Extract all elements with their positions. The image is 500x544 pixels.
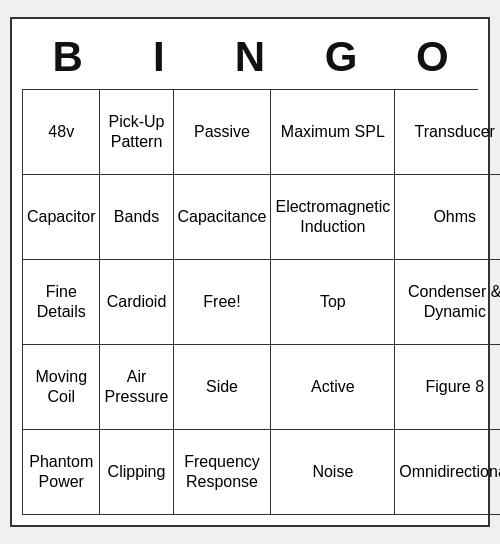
header-letter: G (296, 29, 387, 85)
cell-text: Noise (312, 462, 353, 482)
bingo-cell: 48v (23, 90, 100, 175)
bingo-cell: Omnidirectional (395, 430, 500, 515)
bingo-cell: Top (271, 260, 395, 345)
cell-text: Omnidirectional (399, 462, 500, 482)
cell-text: Side (206, 377, 238, 397)
bingo-cell: Capacitor (23, 175, 100, 260)
bingo-cell: Maximum SPL (271, 90, 395, 175)
bingo-cell: Fine Details (23, 260, 100, 345)
header-letter: O (387, 29, 478, 85)
bingo-cell: Passive (174, 90, 272, 175)
bingo-cell: Pick-Up Pattern (100, 90, 173, 175)
cell-text: Ohms (433, 207, 476, 227)
cell-text: 48v (48, 122, 74, 142)
bingo-cell: Condenser & Dynamic (395, 260, 500, 345)
cell-text: Maximum SPL (281, 122, 385, 142)
cell-text: Capacitance (178, 207, 267, 227)
header-letter: N (204, 29, 295, 85)
cell-text: Free! (203, 292, 240, 312)
bingo-cell: Free! (174, 260, 272, 345)
bingo-cell: Cardioid (100, 260, 173, 345)
bingo-cell: Phantom Power (23, 430, 100, 515)
bingo-cell: Bands (100, 175, 173, 260)
bingo-card: BINGO 48vPick-Up PatternPassiveMaximum S… (10, 17, 490, 527)
cell-text: Figure 8 (425, 377, 484, 397)
cell-text: Transducer (415, 122, 495, 142)
cell-text: Moving Coil (27, 367, 95, 407)
bingo-cell: Active (271, 345, 395, 430)
cell-text: Bands (114, 207, 159, 227)
cell-text: Phantom Power (27, 452, 95, 492)
cell-text: Top (320, 292, 346, 312)
cell-text: Electromagnetic Induction (275, 197, 390, 237)
bingo-cell: Side (174, 345, 272, 430)
bingo-cell: Figure 8 (395, 345, 500, 430)
bingo-grid: 48vPick-Up PatternPassiveMaximum SPLTran… (22, 89, 478, 515)
cell-text: Cardioid (107, 292, 167, 312)
bingo-cell: Clipping (100, 430, 173, 515)
bingo-header: BINGO (22, 29, 478, 85)
cell-text: Frequency Response (178, 452, 267, 492)
bingo-cell: Air Pressure (100, 345, 173, 430)
cell-text: Fine Details (27, 282, 95, 322)
header-letter: I (113, 29, 204, 85)
cell-text: Pick-Up Pattern (104, 112, 168, 152)
cell-text: Active (311, 377, 355, 397)
bingo-cell: Frequency Response (174, 430, 272, 515)
bingo-cell: Noise (271, 430, 395, 515)
header-letter: B (22, 29, 113, 85)
cell-text: Passive (194, 122, 250, 142)
cell-text: Air Pressure (104, 367, 168, 407)
cell-text: Clipping (108, 462, 166, 482)
bingo-cell: Moving Coil (23, 345, 100, 430)
bingo-cell: Transducer (395, 90, 500, 175)
cell-text: Capacitor (27, 207, 95, 227)
bingo-cell: Electromagnetic Induction (271, 175, 395, 260)
bingo-cell: Capacitance (174, 175, 272, 260)
cell-text: Condenser & Dynamic (399, 282, 500, 322)
bingo-cell: Ohms (395, 175, 500, 260)
